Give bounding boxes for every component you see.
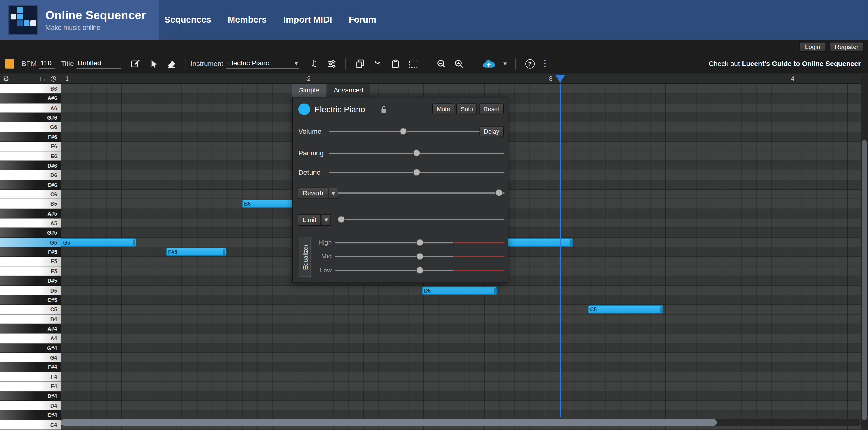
reverb-slider[interactable]	[338, 187, 504, 200]
panning-thumb[interactable]	[412, 150, 420, 157]
reverb-thumb[interactable]	[495, 189, 503, 196]
eq-high-track[interactable]	[336, 242, 453, 243]
nav-import-midi[interactable]: Import MIDI	[283, 15, 332, 25]
time-display-button[interactable]	[50, 75, 57, 82]
piano-key-g5[interactable]: G5	[0, 238, 61, 247]
save-options-button[interactable]: ▼	[501, 56, 509, 71]
piano-key-fs5[interactable]: F#5	[0, 247, 61, 257]
piano-key-as4[interactable]: A#4	[0, 324, 61, 334]
piano-key-e4[interactable]: E4	[0, 382, 61, 392]
eq-mid-thumb[interactable]	[416, 253, 424, 260]
piano-key-f4[interactable]: F4	[0, 372, 61, 382]
piano-key-g4[interactable]: G4	[0, 353, 61, 363]
volume-thumb[interactable]	[400, 128, 407, 135]
cut-button[interactable]: ✂	[370, 56, 385, 71]
piano-key-gs6[interactable]: G#6	[0, 113, 61, 123]
piano-key-as5[interactable]: A#5	[0, 209, 61, 219]
note-d5[interactable]: D5	[422, 286, 497, 295]
zoom-out-button[interactable]	[434, 56, 449, 71]
piano-key-a5[interactable]: A5	[0, 219, 61, 228]
reset-button[interactable]: Reset	[479, 103, 504, 114]
tab-simple[interactable]: Simple	[292, 84, 326, 97]
piano-key-d4[interactable]: D4	[0, 401, 61, 410]
piano-view-button[interactable]	[39, 75, 47, 83]
reverb-caret-icon[interactable]: ▼	[328, 188, 338, 199]
title-input[interactable]: Untitled	[76, 59, 121, 69]
guide-banner[interactable]: Check out Lucent's Guide to Online Seque…	[709, 60, 863, 67]
help-button[interactable]: ?	[522, 56, 538, 71]
note-g5[interactable]: G5	[61, 238, 136, 246]
reverb-dropdown[interactable]: Reverb ▼	[298, 188, 338, 199]
piano-key-c6[interactable]: C6	[0, 190, 61, 199]
piano-key-c4[interactable]: C4	[0, 420, 61, 430]
piano-key-cs4[interactable]: C#4	[0, 410, 61, 420]
guide-link[interactable]: Lucent's Guide to Online Sequencer	[742, 60, 861, 67]
piano-key-ds4[interactable]: D#4	[0, 391, 61, 401]
note-g5[interactable]: G5	[498, 238, 573, 246]
piano-key-f5[interactable]: F5	[0, 257, 61, 266]
horizontal-scrollbar-thumb[interactable]	[61, 419, 717, 426]
nav-forum[interactable]: Forum	[349, 15, 376, 25]
piano-key-fs4[interactable]: F#4	[0, 363, 61, 372]
register-button[interactable]: Register	[830, 42, 864, 52]
limit-dropdown[interactable]: Limit ▼	[298, 214, 331, 226]
piano-key-fs6[interactable]: F#6	[0, 132, 61, 142]
more-options-button[interactable]: ⋮	[540, 56, 550, 71]
piano-key-d6[interactable]: D6	[0, 170, 61, 180]
settings-gear-button[interactable]: ⚙	[3, 75, 9, 82]
bpm-input[interactable]: 110	[39, 59, 55, 69]
mute-button[interactable]: Mute	[432, 103, 455, 114]
piano-key-f6[interactable]: F6	[0, 141, 61, 151]
piano-key-e5[interactable]: E5	[0, 266, 61, 276]
instrument-color-dot[interactable]	[299, 103, 310, 115]
piano-key-ds5[interactable]: D#5	[0, 276, 61, 286]
timeline-ruler[interactable]: ⚙ 1234	[0, 73, 868, 84]
reverb-dropdown-label[interactable]: Reverb	[298, 188, 328, 199]
edit-title-button[interactable]	[128, 56, 144, 71]
save-upload-button[interactable]	[479, 56, 498, 71]
instrument-settings-button[interactable]	[324, 56, 339, 71]
eraser-tool-button[interactable]	[163, 56, 179, 71]
eq-low-thumb[interactable]	[416, 266, 424, 274]
eq-low-track[interactable]	[336, 270, 453, 271]
eq-high-slider[interactable]	[336, 236, 453, 249]
panning-slider[interactable]	[329, 147, 504, 160]
limit-track[interactable]	[338, 219, 504, 220]
instrument-select[interactable]: Electric Piano ▼	[226, 59, 299, 69]
piano-key-cs5[interactable]: C#5	[0, 295, 61, 305]
eq-mid-track[interactable]	[336, 256, 453, 257]
nav-sequences[interactable]: Sequences	[164, 15, 211, 25]
piano-key-a6[interactable]: A6	[0, 103, 61, 113]
limit-thumb[interactable]	[338, 216, 345, 223]
note-c5[interactable]: C5	[588, 305, 663, 314]
limit-caret-icon[interactable]: ▼	[321, 214, 331, 226]
piano-key-gs4[interactable]: G#4	[0, 343, 61, 353]
eq-high-thumb[interactable]	[416, 239, 424, 246]
nav-members[interactable]: Members	[228, 15, 267, 25]
piano-key-b4[interactable]: B4	[0, 315, 61, 324]
vertical-scrollbar-thumb[interactable]	[862, 140, 867, 420]
select-tool-button[interactable]	[146, 56, 161, 71]
limit-dropdown-label[interactable]: Limit	[298, 214, 321, 226]
piano-key-as6[interactable]: A#6	[0, 94, 61, 103]
playhead-marker[interactable]	[555, 75, 565, 83]
piano-key-e6[interactable]: E6	[0, 151, 61, 161]
piano-key-d5[interactable]: D5	[0, 286, 61, 295]
piano-key-b5[interactable]: B5	[0, 199, 61, 209]
detune-thumb[interactable]	[412, 169, 420, 176]
piano-key-cs6[interactable]: C#6	[0, 180, 61, 190]
volume-slider[interactable]	[329, 125, 481, 138]
piano-key-ds6[interactable]: D#6	[0, 161, 61, 170]
zoom-in-button[interactable]	[451, 56, 467, 71]
note-fs5[interactable]: F#5	[166, 248, 226, 256]
limit-slider[interactable]	[338, 213, 504, 226]
piano-key-c5[interactable]: C5	[0, 305, 61, 315]
reverb-track[interactable]	[338, 192, 504, 194]
vertical-scrollbar[interactable]	[861, 75, 868, 430]
tab-advanced[interactable]: Advanced	[327, 84, 370, 97]
eq-mid-slider[interactable]	[336, 250, 453, 263]
piano-key-b6[interactable]: B6	[0, 84, 61, 94]
select-region-button[interactable]	[405, 56, 421, 71]
instrument-notes-button[interactable]: ♫	[306, 56, 321, 71]
paste-button[interactable]	[388, 56, 403, 71]
